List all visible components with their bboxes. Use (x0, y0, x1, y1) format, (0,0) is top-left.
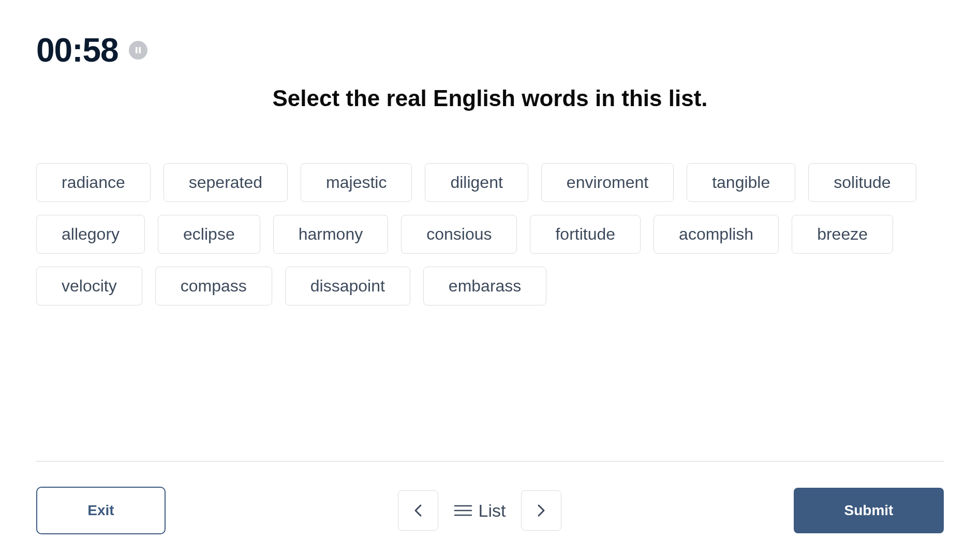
word-option[interactable]: enviroment (541, 163, 674, 202)
words-grid: radiance seperated majestic diligent env… (36, 163, 944, 305)
word-option[interactable]: seperated (164, 163, 288, 202)
exit-button[interactable]: Exit (36, 487, 166, 534)
word-option[interactable]: harmony (273, 215, 389, 254)
prev-button[interactable] (398, 490, 438, 531)
instruction-text: Select the real English words in this li… (272, 85, 707, 111)
pause-icon (135, 47, 142, 54)
nav-controls: List (398, 490, 562, 531)
svg-rect-1 (139, 47, 141, 53)
word-option[interactable]: fortitude (530, 215, 641, 254)
word-option[interactable]: diligent (425, 163, 528, 202)
word-option[interactable]: breeze (792, 215, 893, 254)
timer-display: 00:58 (36, 31, 118, 69)
word-option[interactable]: majestic (301, 163, 412, 202)
list-icon (454, 503, 472, 518)
word-option[interactable]: allegory (36, 215, 145, 254)
word-option[interactable]: compass (155, 267, 272, 305)
word-option[interactable]: embarass (423, 267, 547, 305)
word-option[interactable]: eclipse (158, 215, 260, 254)
list-label: List (479, 501, 506, 521)
word-option[interactable]: velocity (36, 267, 142, 305)
svg-rect-0 (136, 47, 138, 53)
chevron-right-icon (536, 503, 547, 518)
word-option[interactable]: dissapoint (285, 267, 410, 305)
word-option[interactable]: consious (401, 215, 517, 254)
chevron-left-icon (412, 503, 424, 518)
footer-bar: Exit List Submit (36, 461, 944, 554)
list-button[interactable]: List (448, 501, 512, 521)
next-button[interactable] (521, 490, 561, 531)
word-option[interactable]: acomplish (654, 215, 779, 254)
submit-button[interactable]: Submit (794, 488, 944, 533)
word-option[interactable]: radiance (36, 163, 151, 202)
word-option[interactable]: tangible (687, 163, 795, 202)
word-option[interactable]: solitude (808, 163, 916, 202)
pause-button[interactable] (129, 41, 147, 60)
